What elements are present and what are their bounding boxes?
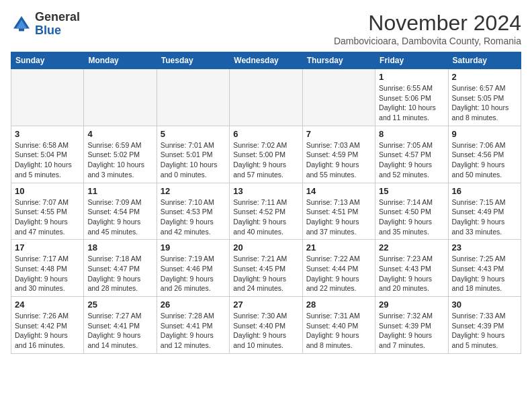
day-number: 26 xyxy=(161,300,226,310)
week-row-5: 24Sunrise: 7:26 AM Sunset: 4:42 PM Dayli… xyxy=(11,297,521,354)
day-number: 10 xyxy=(15,186,80,196)
day-info: Sunrise: 7:18 AM Sunset: 4:47 PM Dayligh… xyxy=(87,254,152,293)
calendar-cell xyxy=(302,69,375,126)
weekday-sunday: Sunday xyxy=(11,52,84,69)
day-info: Sunrise: 7:22 AM Sunset: 4:44 PM Dayligh… xyxy=(306,254,371,293)
day-number: 19 xyxy=(161,242,226,253)
calendar-cell: 14Sunrise: 7:13 AM Sunset: 4:51 PM Dayli… xyxy=(302,183,375,240)
calendar: SundayMondayTuesdayWednesdayThursdayFrid… xyxy=(11,52,521,354)
day-info: Sunrise: 7:10 AM Sunset: 4:53 PM Dayligh… xyxy=(161,197,226,237)
day-info: Sunrise: 7:01 AM Sunset: 5:01 PM Dayligh… xyxy=(161,140,226,180)
calendar-cell: 13Sunrise: 7:11 AM Sunset: 4:52 PM Dayli… xyxy=(230,183,302,240)
week-row-3: 10Sunrise: 7:07 AM Sunset: 4:55 PM Dayli… xyxy=(11,183,521,240)
day-info: Sunrise: 7:03 AM Sunset: 4:59 PM Dayligh… xyxy=(306,140,371,180)
day-number: 30 xyxy=(452,300,517,310)
day-info: Sunrise: 7:06 AM Sunset: 4:56 PM Dayligh… xyxy=(452,140,517,180)
calendar-cell: 28Sunrise: 7:31 AM Sunset: 4:40 PM Dayli… xyxy=(302,297,375,354)
day-number: 3 xyxy=(15,129,80,139)
day-info: Sunrise: 7:11 AM Sunset: 4:52 PM Dayligh… xyxy=(233,197,298,237)
calendar-cell: 29Sunrise: 7:32 AM Sunset: 4:39 PM Dayli… xyxy=(375,297,448,354)
calendar-cell: 21Sunrise: 7:22 AM Sunset: 4:44 PM Dayli… xyxy=(302,240,375,297)
calendar-cell: 6Sunrise: 7:02 AM Sunset: 5:00 PM Daylig… xyxy=(230,126,302,183)
calendar-cell: 19Sunrise: 7:19 AM Sunset: 4:46 PM Dayli… xyxy=(157,240,229,297)
calendar-cell xyxy=(230,69,302,126)
calendar-cell: 24Sunrise: 7:26 AM Sunset: 4:42 PM Dayli… xyxy=(11,297,84,354)
page-header: General Blue November 2024 Dambovicioara… xyxy=(11,11,521,46)
day-number: 11 xyxy=(87,186,152,196)
weekday-thursday: Thursday xyxy=(302,52,375,69)
logo-text: General Blue xyxy=(35,11,80,38)
day-number: 20 xyxy=(233,242,298,253)
day-info: Sunrise: 7:33 AM Sunset: 4:39 PM Dayligh… xyxy=(452,311,517,351)
day-number: 2 xyxy=(452,72,517,82)
calendar-cell xyxy=(11,69,84,126)
day-info: Sunrise: 7:25 AM Sunset: 4:43 PM Dayligh… xyxy=(452,254,517,293)
month-title: November 2024 xyxy=(334,11,521,36)
calendar-cell: 23Sunrise: 7:25 AM Sunset: 4:43 PM Dayli… xyxy=(448,240,521,297)
day-info: Sunrise: 6:59 AM Sunset: 5:02 PM Dayligh… xyxy=(87,140,152,180)
day-info: Sunrise: 7:23 AM Sunset: 4:43 PM Dayligh… xyxy=(379,254,444,293)
calendar-cell: 27Sunrise: 7:30 AM Sunset: 4:40 PM Dayli… xyxy=(230,297,302,354)
calendar-cell: 16Sunrise: 7:15 AM Sunset: 4:49 PM Dayli… xyxy=(448,183,521,240)
day-number: 13 xyxy=(233,186,298,196)
day-number: 22 xyxy=(379,242,444,253)
calendar-cell: 2Sunrise: 6:57 AM Sunset: 5:05 PM Daylig… xyxy=(448,69,521,126)
day-info: Sunrise: 7:32 AM Sunset: 4:39 PM Dayligh… xyxy=(379,311,444,351)
svg-rect-2 xyxy=(19,28,24,31)
day-info: Sunrise: 7:02 AM Sunset: 5:00 PM Dayligh… xyxy=(233,140,298,180)
weekday-tuesday: Tuesday xyxy=(157,52,229,69)
calendar-cell: 10Sunrise: 7:07 AM Sunset: 4:55 PM Dayli… xyxy=(11,183,84,240)
day-info: Sunrise: 7:27 AM Sunset: 4:41 PM Dayligh… xyxy=(87,311,152,351)
location: Dambovicioara, Dambovita County, Romania xyxy=(334,36,521,46)
day-info: Sunrise: 6:55 AM Sunset: 5:06 PM Dayligh… xyxy=(379,83,444,123)
calendar-cell: 22Sunrise: 7:23 AM Sunset: 4:43 PM Dayli… xyxy=(375,240,448,297)
day-info: Sunrise: 7:26 AM Sunset: 4:42 PM Dayligh… xyxy=(15,311,80,351)
day-info: Sunrise: 7:09 AM Sunset: 4:54 PM Dayligh… xyxy=(87,197,152,237)
title-block: November 2024 Dambovicioara, Dambovita C… xyxy=(334,11,521,46)
calendar-cell xyxy=(84,69,157,126)
day-number: 28 xyxy=(306,300,371,310)
calendar-cell: 7Sunrise: 7:03 AM Sunset: 4:59 PM Daylig… xyxy=(302,126,375,183)
calendar-cell: 26Sunrise: 7:28 AM Sunset: 4:41 PM Dayli… xyxy=(157,297,229,354)
day-info: Sunrise: 7:15 AM Sunset: 4:49 PM Dayligh… xyxy=(452,197,517,237)
weekday-friday: Friday xyxy=(375,52,448,69)
weekday-saturday: Saturday xyxy=(448,52,521,69)
day-number: 18 xyxy=(87,242,152,253)
day-info: Sunrise: 7:19 AM Sunset: 4:46 PM Dayligh… xyxy=(161,254,226,293)
logo-icon xyxy=(11,13,32,35)
weekday-header: SundayMondayTuesdayWednesdayThursdayFrid… xyxy=(11,52,521,69)
calendar-cell: 8Sunrise: 7:05 AM Sunset: 4:57 PM Daylig… xyxy=(375,126,448,183)
calendar-cell: 20Sunrise: 7:21 AM Sunset: 4:45 PM Dayli… xyxy=(230,240,302,297)
day-number: 21 xyxy=(306,242,371,253)
day-number: 6 xyxy=(233,129,298,139)
day-number: 15 xyxy=(379,186,444,196)
week-row-1: 1Sunrise: 6:55 AM Sunset: 5:06 PM Daylig… xyxy=(11,69,521,126)
day-info: Sunrise: 7:13 AM Sunset: 4:51 PM Dayligh… xyxy=(306,197,371,237)
day-info: Sunrise: 7:17 AM Sunset: 4:48 PM Dayligh… xyxy=(15,254,80,293)
calendar-cell: 1Sunrise: 6:55 AM Sunset: 5:06 PM Daylig… xyxy=(375,69,448,126)
day-number: 4 xyxy=(87,129,152,139)
day-info: Sunrise: 7:28 AM Sunset: 4:41 PM Dayligh… xyxy=(161,311,226,351)
day-number: 5 xyxy=(161,129,226,139)
calendar-cell: 17Sunrise: 7:17 AM Sunset: 4:48 PM Dayli… xyxy=(11,240,84,297)
day-info: Sunrise: 6:57 AM Sunset: 5:05 PM Dayligh… xyxy=(452,83,517,123)
day-number: 27 xyxy=(233,300,298,310)
day-number: 17 xyxy=(15,242,80,253)
day-info: Sunrise: 6:58 AM Sunset: 5:04 PM Dayligh… xyxy=(15,140,80,180)
calendar-cell xyxy=(157,69,229,126)
day-number: 9 xyxy=(452,129,517,139)
week-row-2: 3Sunrise: 6:58 AM Sunset: 5:04 PM Daylig… xyxy=(11,126,521,183)
day-number: 8 xyxy=(379,129,444,139)
day-info: Sunrise: 7:30 AM Sunset: 4:40 PM Dayligh… xyxy=(233,311,298,351)
weekday-monday: Monday xyxy=(84,52,157,69)
calendar-cell: 4Sunrise: 6:59 AM Sunset: 5:02 PM Daylig… xyxy=(84,126,157,183)
calendar-cell: 9Sunrise: 7:06 AM Sunset: 4:56 PM Daylig… xyxy=(448,126,521,183)
week-row-4: 17Sunrise: 7:17 AM Sunset: 4:48 PM Dayli… xyxy=(11,240,521,297)
day-number: 29 xyxy=(379,300,444,310)
calendar-cell: 25Sunrise: 7:27 AM Sunset: 4:41 PM Dayli… xyxy=(84,297,157,354)
calendar-cell: 12Sunrise: 7:10 AM Sunset: 4:53 PM Dayli… xyxy=(157,183,229,240)
day-number: 24 xyxy=(15,300,80,310)
calendar-cell: 3Sunrise: 6:58 AM Sunset: 5:04 PM Daylig… xyxy=(11,126,84,183)
day-number: 23 xyxy=(452,242,517,253)
day-number: 14 xyxy=(306,186,371,196)
